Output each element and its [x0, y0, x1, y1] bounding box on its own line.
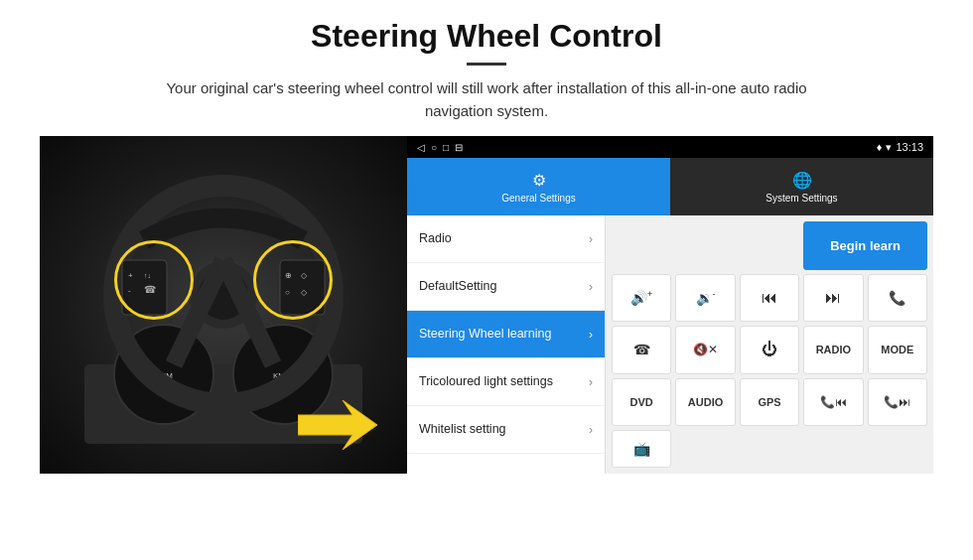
- phone-call-button[interactable]: 📞: [868, 274, 927, 323]
- gps-label: GPS: [758, 396, 780, 408]
- phone-prev-icon: 📞⏮: [820, 395, 847, 409]
- status-left: ◁ ○ □ ⊟: [417, 142, 463, 153]
- tab-system[interactable]: 🌐 System Settings: [670, 158, 933, 215]
- dvd-button[interactable]: DVD: [612, 378, 671, 427]
- empty-5-4: [803, 430, 863, 468]
- empty-cell-3: [740, 221, 799, 270]
- status-right: ♦ ▾ 13:13: [877, 141, 923, 154]
- power-icon: ⏻: [762, 341, 777, 358]
- recents-icon[interactable]: □: [443, 142, 449, 153]
- phone-next-button[interactable]: 📞⏭: [868, 378, 927, 427]
- empty-cell-2: [675, 221, 735, 270]
- screen-button[interactable]: 📺: [612, 430, 671, 468]
- status-bar: ◁ ○ □ ⊟ ♦ ▾ 13:13: [407, 136, 933, 158]
- back-icon[interactable]: ◁: [417, 142, 425, 153]
- menu-item-tricolour-label: Tricoloured light settings: [419, 373, 553, 389]
- mode-label: MODE: [881, 344, 913, 355]
- menu-item-steering-label: Steering Wheel learning: [419, 326, 551, 342]
- grid-icon[interactable]: ⊟: [455, 142, 463, 153]
- volume-up-icon: 🔊+: [630, 289, 652, 306]
- system-settings-icon: 🌐: [792, 171, 812, 190]
- volume-down-button[interactable]: 🔉-: [675, 274, 735, 323]
- wifi-icon: ▾: [886, 141, 892, 154]
- radio-label: RADIO: [816, 344, 851, 355]
- chevron-icon: ›: [589, 375, 593, 389]
- tab-general-label: General Settings: [501, 193, 576, 204]
- general-settings-icon: ⚙: [532, 171, 546, 190]
- power-button[interactable]: ⏻: [740, 326, 799, 374]
- page-container: Steering Wheel Control Your original car…: [0, 0, 973, 484]
- phone-icon: 📞: [889, 290, 905, 306]
- mute-button[interactable]: 🔇✕: [675, 326, 735, 374]
- screen-icon: 📺: [633, 441, 650, 457]
- chevron-icon: ›: [589, 328, 593, 342]
- menu-item-radio[interactable]: Radio ›: [407, 215, 605, 263]
- menu-item-tricolour[interactable]: Tricoloured light settings ›: [407, 358, 605, 406]
- menu-item-default-label: DefaultSetting: [419, 278, 497, 294]
- chevron-icon: ›: [589, 280, 593, 294]
- begin-learn-button[interactable]: Begin learn: [803, 221, 927, 270]
- left-button-highlight: [114, 240, 194, 320]
- phone-prev-button[interactable]: 📞⏮: [803, 378, 863, 427]
- svg-marker-20: [298, 400, 377, 450]
- dvd-label: DVD: [630, 396, 653, 408]
- tab-system-label: System Settings: [765, 193, 837, 204]
- menu-list: Radio › DefaultSetting › Steering Wheel …: [407, 215, 606, 474]
- steering-bg: RPM KM/H + - ↑↓ ☎: [40, 136, 407, 474]
- empty-5-5: [868, 430, 927, 468]
- menu-item-whitelist[interactable]: Whitelist setting ›: [407, 406, 605, 454]
- audio-label: AUDIO: [688, 396, 723, 408]
- gps-button[interactable]: GPS: [740, 378, 799, 427]
- tab-general[interactable]: ⚙ General Settings: [407, 158, 670, 215]
- control-grid: Begin learn 🔊+ 🔉- ⏮ ⏭ 📞: [606, 215, 933, 474]
- next-icon: ⏭: [825, 289, 841, 307]
- title-divider: [467, 63, 506, 66]
- subtitle: Your original car's steering wheel contr…: [139, 77, 834, 122]
- steering-photo: RPM KM/H + - ↑↓ ☎: [40, 136, 407, 474]
- location-icon: ♦: [877, 141, 883, 153]
- home-icon[interactable]: ○: [431, 142, 437, 153]
- chevron-icon: ›: [589, 423, 593, 437]
- menu-item-whitelist-label: Whitelist setting: [419, 421, 506, 437]
- mute-icon: 🔇✕: [693, 343, 718, 356]
- content-area: RPM KM/H + - ↑↓ ☎: [40, 136, 933, 474]
- empty-5-3: [740, 430, 799, 468]
- menu-item-radio-label: Radio: [419, 230, 452, 246]
- volume-down-icon: 🔉-: [696, 289, 716, 306]
- prev-icon: ⏮: [762, 289, 777, 307]
- radio-mode-button[interactable]: RADIO: [803, 326, 863, 374]
- prev-track-button[interactable]: ⏮: [740, 274, 799, 323]
- title-section: Steering Wheel Control Your original car…: [40, 18, 933, 122]
- menu-item-default[interactable]: DefaultSetting ›: [407, 263, 605, 311]
- arrow-overlay: [298, 400, 377, 454]
- volume-up-button[interactable]: 🔊+: [612, 274, 671, 323]
- tab-bar: ⚙ General Settings 🌐 System Settings: [407, 158, 933, 215]
- chevron-icon: ›: [589, 232, 593, 246]
- next-track-button[interactable]: ⏭: [803, 274, 863, 323]
- right-button-highlight: [253, 240, 333, 320]
- time-display: 13:13: [896, 141, 923, 153]
- mode-button[interactable]: MODE: [868, 326, 927, 374]
- android-screen: ◁ ○ □ ⊟ ♦ ▾ 13:13 ⚙ General Settings: [407, 136, 933, 474]
- audio-button[interactable]: AUDIO: [675, 378, 735, 427]
- page-title: Steering Wheel Control: [40, 18, 933, 55]
- empty-5-2: [675, 430, 735, 468]
- answer-icon: ☎: [633, 342, 650, 357]
- phone-next-icon: 📞⏭: [884, 395, 910, 409]
- answer-call-button[interactable]: ☎: [612, 326, 671, 374]
- menu-item-steering[interactable]: Steering Wheel learning ›: [407, 311, 605, 358]
- empty-cell-1: [612, 221, 671, 270]
- screen-main: Radio › DefaultSetting › Steering Wheel …: [407, 215, 933, 474]
